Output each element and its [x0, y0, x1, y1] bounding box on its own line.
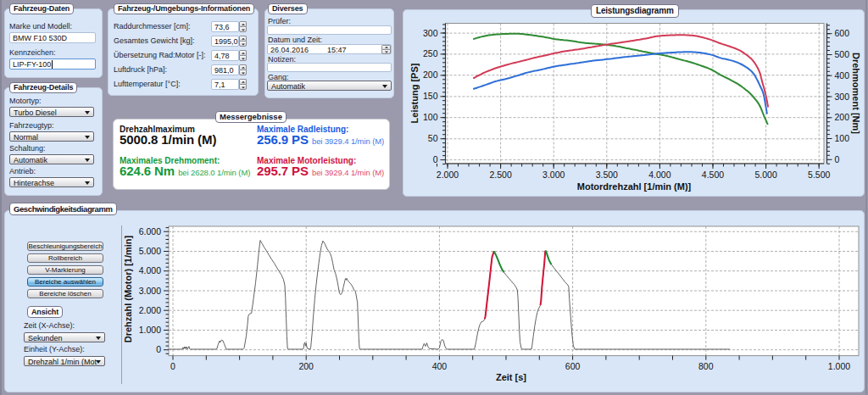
svg-text:200: 200 — [835, 112, 850, 122]
svg-text:Leistung [PS]: Leistung [PS] — [409, 63, 420, 123]
svg-text:4.500: 4.500 — [702, 170, 724, 180]
svg-text:0: 0 — [156, 344, 161, 354]
svg-text:150: 150 — [423, 91, 438, 101]
svg-text:6.000: 6.000 — [139, 226, 161, 236]
svg-text:3.000: 3.000 — [139, 286, 161, 296]
svg-text:0: 0 — [433, 154, 438, 164]
svg-text:200: 200 — [298, 361, 314, 371]
svg-text:250: 250 — [423, 48, 438, 58]
svg-text:4.000: 4.000 — [139, 265, 161, 275]
svg-text:Drehmoment [Nm]: Drehmoment [Nm] — [851, 53, 861, 134]
svg-text:300: 300 — [423, 28, 438, 38]
svg-text:400: 400 — [432, 361, 448, 371]
svg-text:Motordrehzahl [1/min (M)]: Motordrehzahl [1/min (M)] — [577, 181, 692, 192]
svg-text:0: 0 — [170, 361, 175, 371]
svg-text:50: 50 — [428, 133, 438, 143]
svg-text:2.000: 2.000 — [437, 170, 459, 180]
svg-text:200: 200 — [423, 70, 438, 80]
svg-text:100: 100 — [835, 133, 850, 143]
svg-text:5.500: 5.500 — [808, 170, 830, 180]
svg-text:800: 800 — [698, 361, 714, 371]
svg-text:500: 500 — [835, 49, 850, 59]
svg-text:600: 600 — [835, 28, 850, 38]
svg-text:100: 100 — [423, 112, 438, 122]
svg-text:0: 0 — [835, 154, 840, 164]
svg-text:Drehzahl (Motor) [1/min]: Drehzahl (Motor) [1/min] — [123, 235, 133, 342]
svg-text:300: 300 — [835, 92, 850, 102]
svg-text:600: 600 — [565, 361, 581, 371]
svg-text:1.000: 1.000 — [139, 325, 161, 335]
svg-text:Zeit [s]: Zeit [s] — [496, 372, 526, 382]
svg-text:3.000: 3.000 — [542, 170, 565, 180]
svg-text:5.000: 5.000 — [139, 246, 161, 256]
svg-text:5.000: 5.000 — [754, 170, 776, 180]
svg-text:2.500: 2.500 — [489, 170, 511, 180]
svg-text:2.000: 2.000 — [139, 305, 161, 315]
svg-text:3.500: 3.500 — [596, 170, 618, 180]
svg-text:4.000: 4.000 — [648, 170, 670, 180]
svg-text:1.000: 1.000 — [828, 361, 850, 371]
svg-text:400: 400 — [835, 70, 850, 81]
